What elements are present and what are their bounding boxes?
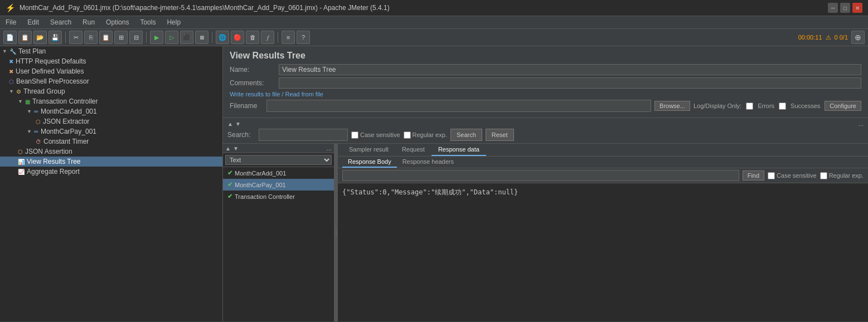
write-results-link[interactable]: Write results to file / Read from file (230, 91, 861, 97)
tree-item-montharadd[interactable]: ▼ ✏ MonthCarAdd_001 (0, 106, 222, 116)
tree-item-const-timer[interactable]: ⏱ Constant Timer (0, 136, 222, 147)
run-button[interactable]: ▶ (150, 31, 163, 44)
search-button[interactable]: Search (450, 129, 482, 141)
menu-options[interactable]: Options (104, 17, 131, 27)
tree-label-thread-group: Thread Group (23, 87, 65, 95)
paste-button[interactable]: 📋 (99, 31, 113, 44)
expand-button[interactable]: ⊞ (114, 31, 128, 44)
case-sensitive-checkbox[interactable] (351, 131, 358, 139)
tree-item-json-assert[interactable]: ⬡ JSON Assertion (0, 147, 222, 157)
toolbar: 📄 📋 📂 💾 ✂ ⎘ 📋 ⊞ ⊟ ▶ ▷ ⬛ ⏹ 🌐 🔴 🗑 𝑓 ≡ ? 00… (0, 29, 868, 46)
function-helper-button[interactable]: 𝑓 (261, 31, 274, 44)
tree-label-testplan: Test Plan (18, 47, 46, 55)
elapsed-time: 00:00:11 (798, 34, 822, 41)
filename-label: Filename (230, 102, 263, 110)
collapse-button[interactable]: ⊟ (129, 31, 143, 44)
find-regex-checkbox[interactable] (820, 172, 827, 179)
copy-button[interactable]: ⎘ (84, 31, 98, 44)
search-area: ▲ ▼ ... Search: Case sensitive Regular e… (223, 118, 868, 144)
tab-sampler-result[interactable]: Sampler result (342, 144, 395, 156)
comments-input[interactable] (279, 77, 861, 89)
errors-checkbox[interactable] (746, 103, 753, 110)
tree-label-json-extractor: JSON Extractor (43, 118, 89, 125)
results-more[interactable]: ... (327, 145, 332, 152)
menu-run[interactable]: Run (80, 17, 97, 27)
browse-button[interactable]: Browse... (654, 101, 690, 111)
scroll-up-icon[interactable]: ▲ (227, 121, 233, 127)
vrt-header: View Results Tree Name: Comments: Write … (223, 46, 868, 118)
menu-search[interactable]: Search (48, 17, 74, 27)
tree-item-testplan[interactable]: ▼ 🔧 Test Plan (0, 46, 222, 56)
tree-item-http-defaults[interactable]: ✖ HTTP Request Defaults (0, 56, 222, 66)
templates-button[interactable]: 📋 (18, 31, 32, 44)
find-regex-label: Regular exp. (820, 172, 864, 179)
successes-checkbox[interactable] (779, 103, 786, 110)
find-input[interactable] (342, 170, 739, 181)
http-defaults-icon: ✖ (9, 58, 13, 65)
tree-label-http-defaults: HTTP Request Defaults (16, 57, 86, 65)
log-viewer-button[interactable]: ≡ (282, 31, 295, 44)
tree-item-user-vars[interactable]: ✖ User Defined Variables (0, 66, 222, 76)
tree-item-thread-group[interactable]: ▼ ⚙ Thread Group (0, 86, 222, 96)
name-input[interactable] (279, 64, 861, 75)
minimize-button[interactable]: ─ (828, 3, 838, 13)
tab-response-data[interactable]: Response data (431, 144, 486, 156)
tree-item-aggregate[interactable]: 📈 Aggregate Report (0, 167, 222, 177)
subtab-response-headers[interactable]: Response headers (397, 157, 459, 168)
results-scroll-up[interactable]: ▲ (225, 145, 231, 152)
tree-item-trans-ctrl[interactable]: ▼ ▦ Transaction Controller (0, 96, 222, 106)
new-button[interactable]: 📄 (3, 31, 17, 44)
right-panel: View Results Tree Name: Comments: Write … (223, 46, 868, 321)
tree-item-montharpay[interactable]: ▼ ✏ MonthCarPay_001 (0, 126, 222, 136)
montharadd-icon: ✏ (34, 109, 38, 115)
search-label: Search: (227, 131, 255, 139)
toolbar-sep-2 (146, 32, 147, 43)
remote-run-button[interactable]: 🌐 (216, 31, 229, 44)
results-scroll-down[interactable]: ▼ (233, 145, 239, 152)
cut-button[interactable]: ✂ (69, 31, 83, 44)
configure-button[interactable]: Configure (825, 101, 861, 111)
tree-item-beanshell[interactable]: ⬡ BeanShell PreProcessor (0, 76, 222, 86)
errors-label: Errors (758, 103, 774, 109)
json-extractor-icon: ⬡ (36, 119, 41, 125)
find-case-checkbox[interactable] (768, 172, 775, 179)
tab-request[interactable]: Request (395, 144, 431, 156)
result-item-montharpay[interactable]: ✔ MonthCarPay_001 (223, 179, 334, 191)
close-button[interactable]: ✕ (852, 3, 862, 13)
open-button[interactable]: 📂 (33, 31, 47, 44)
successes-label: Successes (791, 103, 820, 109)
stop-button[interactable]: ⬛ (180, 31, 193, 44)
json-assert-icon: ⬡ (18, 149, 23, 155)
run-no-pause-button[interactable]: ▷ (165, 31, 178, 44)
tree-item-view-results[interactable]: 📊 View Results Tree (0, 157, 222, 167)
reset-button[interactable]: Reset (486, 129, 514, 141)
tree-label-user-vars: User Defined Variables (16, 67, 84, 75)
toolbar-sep-4 (278, 32, 278, 43)
tree-label-montharadd: MonthCarAdd_001 (41, 108, 97, 115)
result-item-trans-ctrl[interactable]: ✔ Transaction Controller (223, 191, 334, 202)
tree-item-json-extractor[interactable]: ⬡ JSON Extractor (0, 116, 222, 126)
subtab-response-body[interactable]: Response Body (342, 157, 397, 168)
result-item-montharadd[interactable]: ✔ MonthCarAdd_001 (223, 167, 334, 179)
result-check-montharpay: ✔ (227, 181, 232, 188)
format-select[interactable]: Text (225, 155, 332, 165)
scroll-down-icon[interactable]: ▼ (235, 121, 241, 127)
menu-help[interactable]: Help (164, 17, 183, 27)
menu-file[interactable]: File (3, 17, 18, 27)
add-button[interactable]: ⊕ (851, 31, 865, 44)
more-options-icon[interactable]: ... (859, 120, 864, 127)
shutdown-button[interactable]: ⏹ (195, 31, 208, 44)
remote-stop-button[interactable]: 🔴 (231, 31, 244, 44)
find-button[interactable]: Find (743, 170, 764, 180)
clear-button[interactable]: 🗑 (246, 31, 259, 44)
search-input[interactable] (259, 129, 348, 141)
maximize-button[interactable]: □ (840, 3, 850, 13)
save-button[interactable]: 💾 (49, 31, 62, 44)
menu-edit[interactable]: Edit (25, 17, 41, 27)
tree-label-beanshell: BeanShell PreProcessor (16, 77, 89, 85)
help-button[interactable]: ? (297, 31, 310, 44)
menu-bar: File Edit Search Run Options Tools Help (0, 16, 868, 29)
regular-exp-checkbox[interactable] (404, 131, 411, 139)
filename-input[interactable] (266, 100, 651, 112)
menu-tools[interactable]: Tools (138, 17, 158, 27)
